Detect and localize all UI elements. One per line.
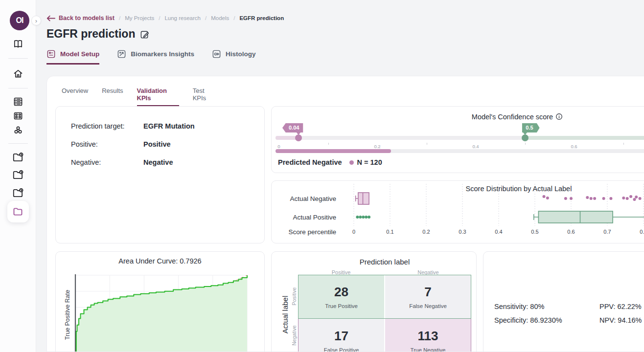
subtab-test-kpis[interactable]: Test KPIs bbox=[193, 87, 217, 107]
info-label: Negative: bbox=[71, 158, 101, 166]
confusion-matrix: 28 True Positive 7 False Negative 17 Fal… bbox=[298, 275, 471, 352]
actual-label-axis: Actual label bbox=[281, 281, 289, 349]
kpi-ppv: PPV: 62.22% bbox=[599, 303, 642, 310]
score-distribution-card: 00.10.20.30.40.50.60.70.8 Score Distribu… bbox=[271, 180, 644, 243]
svg-text:0.8: 0.8 bbox=[640, 229, 644, 235]
svg-text:0.7: 0.7 bbox=[603, 229, 611, 235]
fp-label: False Positive bbox=[324, 347, 359, 352]
project-folder-icon[interactable] bbox=[12, 169, 24, 181]
table-grid-icon[interactable] bbox=[12, 110, 24, 122]
subtab-overview[interactable]: Overview bbox=[62, 87, 88, 107]
x-axis-label: Score percentile bbox=[288, 228, 336, 236]
prediction-label-title: Prediction label bbox=[298, 258, 471, 266]
cluster-icon[interactable] bbox=[12, 124, 24, 136]
row-label-negative: Negative bbox=[291, 313, 297, 352]
axis-minor-tick bbox=[328, 143, 329, 145]
low-threshold-handle[interactable] bbox=[295, 134, 302, 141]
caption-label: Predicted Negative bbox=[278, 158, 342, 166]
breadcrumb-my-projects[interactable]: My Projects bbox=[125, 15, 154, 21]
tp-label: True Positive bbox=[325, 303, 358, 309]
sidebar-expand-button[interactable]: › bbox=[31, 16, 41, 25]
tn-label: True Negative bbox=[411, 347, 446, 352]
tab-biomarkers-insights[interactable]: Biomarkers Insights bbox=[117, 49, 194, 65]
active-project-folder[interactable] bbox=[7, 201, 29, 222]
fn-value: 7 bbox=[424, 285, 431, 300]
datasets-server-icon[interactable] bbox=[12, 95, 24, 108]
predicted-negative-caption: Predicted Negative N = 120 bbox=[278, 158, 382, 166]
project-folder-icon[interactable] bbox=[12, 187, 24, 199]
kpi-npv: NPV: 94.16% bbox=[599, 316, 642, 324]
tab-histology[interactable]: Histology bbox=[212, 49, 256, 65]
row-label-actual-positive: Actual Positive bbox=[293, 214, 336, 221]
sub-tabs: Overview Results Validation KPIs Test KP… bbox=[62, 87, 217, 108]
edit-title-icon[interactable] bbox=[140, 30, 149, 39]
track-positive-segment bbox=[525, 136, 644, 140]
fn-label: False Negative bbox=[409, 303, 447, 309]
folder-icon bbox=[14, 208, 22, 215]
back-to-models-link[interactable]: Back to models list bbox=[46, 15, 115, 22]
axis-minor-tick bbox=[427, 143, 427, 145]
pink-dot-icon bbox=[349, 160, 354, 165]
high-threshold-tag[interactable]: 0.5 bbox=[522, 123, 539, 132]
axis-tick-label: 0 bbox=[277, 144, 280, 149]
tab-label: Model Setup bbox=[60, 50, 99, 58]
kpi-specificity: Specificity: 86.9230% bbox=[494, 316, 562, 324]
kpi-card: Sensitivity: 80% Specificity: 86.9230% P… bbox=[483, 251, 644, 352]
model-setup-icon bbox=[46, 49, 56, 59]
cell-false-negative: 7 False Negative bbox=[385, 275, 471, 318]
svg-text:0.3: 0.3 bbox=[459, 229, 466, 235]
axis-tick-label: 0.2 bbox=[374, 144, 380, 149]
docs-book-icon[interactable] bbox=[12, 38, 24, 50]
predicted-negative-progress bbox=[276, 149, 644, 153]
cell-false-positive: 17 False Positive bbox=[299, 319, 384, 352]
cell-true-negative: 113 True Negative bbox=[385, 319, 471, 352]
svg-text:0.1: 0.1 bbox=[386, 229, 393, 235]
subtab-results[interactable]: Results bbox=[102, 87, 123, 107]
confusion-matrix-card: Prediction label Positive Negative Actua… bbox=[271, 251, 477, 352]
breadcrumb-models[interactable]: Models bbox=[211, 15, 229, 21]
svg-text:0: 0 bbox=[352, 229, 355, 235]
slider-title: Model's Confidence score bbox=[272, 113, 644, 121]
tab-label: Biomarkers Insights bbox=[131, 50, 194, 58]
axis-tick-label: 0.4 bbox=[472, 144, 479, 149]
distribution-title: Score Distribution by Actual Label bbox=[466, 185, 572, 193]
low-threshold-tag[interactable]: 0.04 bbox=[282, 123, 303, 132]
roc-chart bbox=[56, 271, 264, 352]
sidebar-divider bbox=[8, 58, 28, 59]
axis-tick-label: 0.6 bbox=[571, 144, 577, 149]
info-value: Negative bbox=[143, 158, 173, 166]
main-tabs: Model Setup Biomarkers Insights Histolog… bbox=[46, 49, 256, 65]
home-icon[interactable] bbox=[12, 67, 24, 80]
breadcrumb-separator: / bbox=[159, 15, 160, 21]
info-value: EGFR Mutation bbox=[143, 122, 195, 130]
logo-text: OI bbox=[16, 16, 23, 25]
breadcrumb-lung-research[interactable]: Lung research bbox=[164, 15, 201, 21]
high-threshold-handle[interactable] bbox=[522, 134, 529, 141]
project-folder-icon[interactable] bbox=[12, 151, 24, 164]
n-count: N = 120 bbox=[357, 158, 382, 166]
tab-label: Histology bbox=[226, 50, 256, 58]
breadcrumb-separator: / bbox=[233, 15, 235, 21]
cell-true-positive: 28 True Positive bbox=[299, 275, 384, 318]
auc-title: Area Under Curve: 0.7926 bbox=[56, 257, 264, 265]
info-row-prediction-target: Prediction target: EGFR Mutation bbox=[71, 122, 125, 130]
slider-track[interactable] bbox=[276, 136, 644, 140]
histology-icon bbox=[212, 49, 221, 59]
subtab-validation-kpis[interactable]: Validation KPIs bbox=[137, 87, 179, 107]
main-content-card: Overview Results Validation KPIs Test KP… bbox=[46, 76, 644, 352]
breadcrumb-separator: / bbox=[205, 15, 207, 21]
slider-title-text: Model's Confidence score bbox=[472, 113, 553, 121]
info-icon[interactable] bbox=[555, 113, 563, 120]
back-label: Back to models list bbox=[59, 15, 115, 22]
svg-text:0.6: 0.6 bbox=[567, 229, 575, 235]
page-title-text: EGFR prediction bbox=[46, 27, 135, 41]
logo[interactable]: OI bbox=[10, 11, 29, 30]
tab-model-setup[interactable]: Model Setup bbox=[46, 49, 99, 65]
info-row-negative: Negative: Negative bbox=[71, 158, 101, 166]
sidebar-divider bbox=[8, 143, 28, 144]
confidence-slider-card: Model's Confidence score 0.04 0.5 00.20.… bbox=[271, 106, 644, 173]
kpi-sensitivity: Sensitivity: 80% bbox=[494, 303, 544, 310]
info-row-positive: Positive: Positive bbox=[71, 140, 98, 148]
progress-fill bbox=[276, 149, 391, 153]
sidebar-divider bbox=[8, 88, 28, 88]
